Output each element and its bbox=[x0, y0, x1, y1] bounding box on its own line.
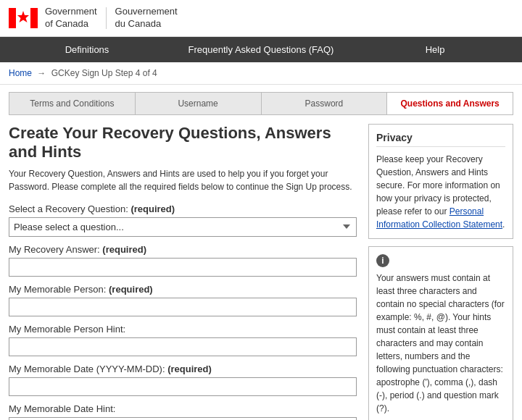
header-title: Government of Canada bbox=[45, 6, 97, 30]
intro-text: Your Recovery Question, Answers and Hint… bbox=[9, 167, 357, 193]
info-icon: i bbox=[376, 254, 389, 267]
step-password: Password bbox=[262, 93, 388, 114]
main-content: Create Your Recovery Questions, Answers … bbox=[9, 124, 357, 420]
nav-definitions[interactable]: Definitions bbox=[0, 37, 174, 62]
recovery-question-label: Select a Recovery Question: (required) bbox=[9, 203, 357, 214]
privacy-box: Privacy Please keep your Recovery Questi… bbox=[368, 124, 513, 239]
nav-faq[interactable]: Frequently Asked Questions (FAQ) bbox=[174, 37, 348, 62]
memorable-date-hint-label: My Memorable Date Hint: bbox=[9, 403, 357, 414]
progress-steps: Terms and Conditions Username Password Q… bbox=[9, 92, 513, 115]
breadcrumb: Home → GCKey Sign Up Step 4 of 4 bbox=[0, 62, 522, 85]
memorable-person-hint-group: My Memorable Person Hint: bbox=[9, 324, 357, 356]
site-header: Government of Canada Gouvernement du Can… bbox=[0, 0, 522, 37]
header-title-fr: Gouvernement du Canada bbox=[115, 6, 178, 30]
memorable-date-hint-input[interactable] bbox=[9, 417, 357, 420]
nav-help[interactable]: Help bbox=[348, 37, 522, 62]
home-link[interactable]: Home bbox=[9, 68, 32, 78]
memorable-person-group: My Memorable Person: (required) bbox=[9, 284, 357, 316]
memorable-date-input[interactable] bbox=[9, 377, 357, 396]
recovery-answer-group: My Recovery Answer: (required) bbox=[9, 244, 357, 277]
step-qa: Questions and Answers bbox=[387, 93, 513, 114]
privacy-title: Privacy bbox=[376, 132, 505, 147]
breadcrumb-separator: → bbox=[37, 68, 46, 78]
info-box: i Your answers must contain at least thr… bbox=[368, 246, 513, 420]
info-header: i bbox=[376, 254, 505, 267]
canada-flag-icon bbox=[9, 8, 38, 28]
memorable-date-hint-group: My Memorable Date Hint: bbox=[9, 403, 357, 420]
page-title: Create Your Recovery Questions, Answers … bbox=[9, 124, 357, 161]
step-terms: Terms and Conditions bbox=[9, 93, 136, 114]
memorable-person-hint-input[interactable] bbox=[9, 337, 357, 356]
step-username: Username bbox=[136, 93, 262, 114]
memorable-date-label: My Memorable Date (YYYY-MM-DD): (require… bbox=[9, 364, 357, 374]
memorable-person-input[interactable] bbox=[9, 298, 357, 316]
svg-rect-0 bbox=[9, 8, 16, 28]
content-wrapper: Create Your Recovery Questions, Answers … bbox=[0, 115, 522, 420]
recovery-answer-label: My Recovery Answer: (required) bbox=[9, 244, 357, 255]
recovery-question-select[interactable]: Please select a question... bbox=[9, 217, 357, 237]
memorable-person-hint-label: My Memorable Person Hint: bbox=[9, 324, 357, 335]
info-text: Your answers must contain at least three… bbox=[376, 272, 505, 415]
breadcrumb-current: GCKey Sign Up Step 4 of 4 bbox=[51, 68, 157, 78]
svg-rect-2 bbox=[30, 8, 38, 28]
memorable-date-group: My Memorable Date (YYYY-MM-DD): (require… bbox=[9, 364, 357, 396]
memorable-person-label: My Memorable Person: (required) bbox=[9, 284, 357, 295]
main-navbar: Definitions Frequently Asked Questions (… bbox=[0, 37, 522, 62]
sidebar: Privacy Please keep your Recovery Questi… bbox=[368, 124, 513, 420]
recovery-question-group: Select a Recovery Question: (required) P… bbox=[9, 203, 357, 237]
recovery-answer-input[interactable] bbox=[9, 258, 357, 277]
privacy-text: Please keep your Recovery Question, Answ… bbox=[376, 153, 505, 231]
